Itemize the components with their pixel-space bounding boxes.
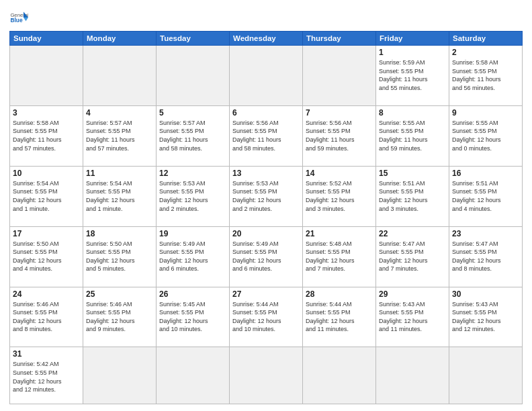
calendar-page: General Blue SundayMondayTuesdayWednesda… [0, 0, 532, 411]
day-number: 15 [379, 169, 446, 178]
calendar-week-row: 3Sunrise: 5:58 AMSunset: 5:55 PMDaylight… [10, 105, 523, 166]
day-info: Sunrise: 5:44 AMSunset: 5:55 PMDaylight:… [306, 300, 373, 334]
day-info: Sunrise: 5:45 AMSunset: 5:55 PMDaylight:… [159, 300, 226, 334]
day-info: Sunrise: 5:50 AMSunset: 5:55 PMDaylight:… [13, 240, 80, 273]
day-number: 9 [452, 108, 519, 118]
day-number: 16 [452, 169, 519, 178]
calendar-cell: 12Sunrise: 5:53 AMSunset: 5:55 PMDayligh… [157, 166, 230, 226]
day-info: Sunrise: 5:46 AMSunset: 5:55 PMDaylight:… [13, 300, 80, 334]
day-number: 4 [86, 108, 153, 118]
day-number: 17 [13, 229, 80, 238]
day-number: 14 [306, 169, 373, 178]
day-number: 20 [232, 229, 300, 238]
calendar-cell: 27Sunrise: 5:44 AMSunset: 5:55 PMDayligh… [230, 287, 303, 347]
day-info: Sunrise: 5:57 AMSunset: 5:55 PMDaylight:… [86, 119, 153, 152]
calendar-week-row: 10Sunrise: 5:54 AMSunset: 5:55 PMDayligh… [10, 166, 523, 226]
calendar-cell: 15Sunrise: 5:51 AMSunset: 5:55 PMDayligh… [376, 166, 449, 226]
day-info: Sunrise: 5:57 AMSunset: 5:55 PMDaylight:… [159, 119, 226, 152]
weekday-header-thursday: Thursday [303, 32, 376, 46]
calendar-cell: 28Sunrise: 5:44 AMSunset: 5:55 PMDayligh… [303, 287, 376, 347]
header: General Blue [9, 8, 523, 27]
calendar-cell: 9Sunrise: 5:55 AMSunset: 5:55 PMDaylight… [449, 105, 523, 166]
day-info: Sunrise: 5:54 AMSunset: 5:55 PMDaylight:… [86, 179, 153, 213]
day-number: 27 [232, 289, 300, 299]
day-number: 5 [159, 108, 226, 118]
day-info: Sunrise: 5:47 AMSunset: 5:55 PMDaylight:… [452, 240, 519, 273]
calendar-table: SundayMondayTuesdayWednesdayThursdayFrid… [9, 31, 523, 404]
calendar-cell [83, 46, 157, 106]
day-info: Sunrise: 5:44 AMSunset: 5:55 PMDaylight:… [232, 300, 300, 334]
day-number: 25 [86, 289, 153, 299]
calendar-cell: 29Sunrise: 5:43 AMSunset: 5:55 PMDayligh… [376, 287, 449, 347]
day-info: Sunrise: 5:43 AMSunset: 5:55 PMDaylight:… [452, 300, 519, 334]
weekday-header-saturday: Saturday [449, 32, 523, 46]
day-number: 29 [379, 289, 446, 299]
day-info: Sunrise: 5:46 AMSunset: 5:55 PMDaylight:… [86, 300, 153, 334]
day-number: 1 [379, 48, 446, 57]
svg-marker-3 [24, 17, 28, 21]
calendar-cell: 16Sunrise: 5:51 AMSunset: 5:55 PMDayligh… [449, 166, 523, 226]
day-number: 2 [452, 48, 519, 57]
svg-text:Blue: Blue [10, 17, 22, 24]
day-info: Sunrise: 5:47 AMSunset: 5:55 PMDaylight:… [379, 240, 446, 273]
day-number: 31 [13, 349, 80, 359]
day-number: 22 [379, 229, 446, 238]
calendar-cell: 14Sunrise: 5:52 AMSunset: 5:55 PMDayligh… [303, 166, 376, 226]
calendar-cell [376, 347, 449, 404]
calendar-cell: 24Sunrise: 5:46 AMSunset: 5:55 PMDayligh… [10, 287, 83, 347]
calendar-cell: 7Sunrise: 5:56 AMSunset: 5:55 PMDaylight… [303, 105, 376, 166]
day-info: Sunrise: 5:58 AMSunset: 5:55 PMDaylight:… [452, 58, 519, 92]
day-info: Sunrise: 5:53 AMSunset: 5:55 PMDaylight:… [232, 179, 300, 213]
day-info: Sunrise: 5:42 AMSunset: 5:55 PMDaylight:… [13, 360, 80, 394]
calendar-cell: 5Sunrise: 5:57 AMSunset: 5:55 PMDaylight… [157, 105, 230, 166]
day-number: 28 [306, 289, 373, 299]
weekday-header-tuesday: Tuesday [157, 32, 230, 46]
calendar-cell: 25Sunrise: 5:46 AMSunset: 5:55 PMDayligh… [83, 287, 157, 347]
day-number: 12 [159, 169, 226, 178]
calendar-week-row: 17Sunrise: 5:50 AMSunset: 5:55 PMDayligh… [10, 226, 523, 287]
calendar-cell: 2Sunrise: 5:58 AMSunset: 5:55 PMDaylight… [449, 46, 523, 106]
day-info: Sunrise: 5:55 AMSunset: 5:55 PMDaylight:… [379, 119, 446, 152]
calendar-cell: 22Sunrise: 5:47 AMSunset: 5:55 PMDayligh… [376, 226, 449, 287]
weekday-header-wednesday: Wednesday [230, 32, 303, 46]
calendar-cell [230, 347, 303, 404]
day-number: 26 [159, 289, 226, 299]
day-info: Sunrise: 5:53 AMSunset: 5:55 PMDaylight:… [159, 179, 226, 213]
day-number: 11 [86, 169, 153, 178]
calendar-cell: 18Sunrise: 5:50 AMSunset: 5:55 PMDayligh… [83, 226, 157, 287]
day-number: 19 [159, 229, 226, 238]
day-info: Sunrise: 5:48 AMSunset: 5:55 PMDaylight:… [306, 240, 373, 273]
calendar-cell: 8Sunrise: 5:55 AMSunset: 5:55 PMDaylight… [376, 105, 449, 166]
day-info: Sunrise: 5:56 AMSunset: 5:55 PMDaylight:… [306, 119, 373, 152]
day-info: Sunrise: 5:58 AMSunset: 5:55 PMDaylight:… [13, 119, 80, 152]
day-number: 13 [232, 169, 300, 178]
calendar-cell [303, 46, 376, 106]
calendar-cell: 3Sunrise: 5:58 AMSunset: 5:55 PMDaylight… [10, 105, 83, 166]
day-info: Sunrise: 5:43 AMSunset: 5:55 PMDaylight:… [379, 300, 446, 334]
calendar-cell [303, 347, 376, 404]
day-info: Sunrise: 5:51 AMSunset: 5:55 PMDaylight:… [379, 179, 446, 213]
calendar-cell: 21Sunrise: 5:48 AMSunset: 5:55 PMDayligh… [303, 226, 376, 287]
day-number: 18 [86, 229, 153, 238]
day-info: Sunrise: 5:54 AMSunset: 5:55 PMDaylight:… [13, 179, 80, 213]
day-info: Sunrise: 5:56 AMSunset: 5:55 PMDaylight:… [232, 119, 300, 152]
day-info: Sunrise: 5:49 AMSunset: 5:55 PMDaylight:… [232, 240, 300, 273]
day-info: Sunrise: 5:55 AMSunset: 5:55 PMDaylight:… [452, 119, 519, 152]
day-number: 6 [232, 108, 300, 118]
calendar-week-row: 1Sunrise: 5:59 AMSunset: 5:55 PMDaylight… [10, 46, 523, 106]
day-number: 23 [452, 229, 519, 238]
calendar-cell: 30Sunrise: 5:43 AMSunset: 5:55 PMDayligh… [449, 287, 523, 347]
logo: General Blue [9, 8, 28, 27]
calendar-cell: 20Sunrise: 5:49 AMSunset: 5:55 PMDayligh… [230, 226, 303, 287]
weekday-header-row: SundayMondayTuesdayWednesdayThursdayFrid… [10, 32, 523, 46]
day-number: 30 [452, 289, 519, 299]
day-number: 24 [13, 289, 80, 299]
day-number: 7 [306, 108, 373, 118]
calendar-cell [10, 46, 83, 106]
calendar-week-row: 31Sunrise: 5:42 AMSunset: 5:55 PMDayligh… [10, 347, 523, 404]
calendar-cell: 4Sunrise: 5:57 AMSunset: 5:55 PMDaylight… [83, 105, 157, 166]
calendar-cell: 23Sunrise: 5:47 AMSunset: 5:55 PMDayligh… [449, 226, 523, 287]
calendar-cell: 11Sunrise: 5:54 AMSunset: 5:55 PMDayligh… [83, 166, 157, 226]
calendar-cell: 19Sunrise: 5:49 AMSunset: 5:55 PMDayligh… [157, 226, 230, 287]
calendar-cell: 31Sunrise: 5:42 AMSunset: 5:55 PMDayligh… [10, 347, 83, 404]
